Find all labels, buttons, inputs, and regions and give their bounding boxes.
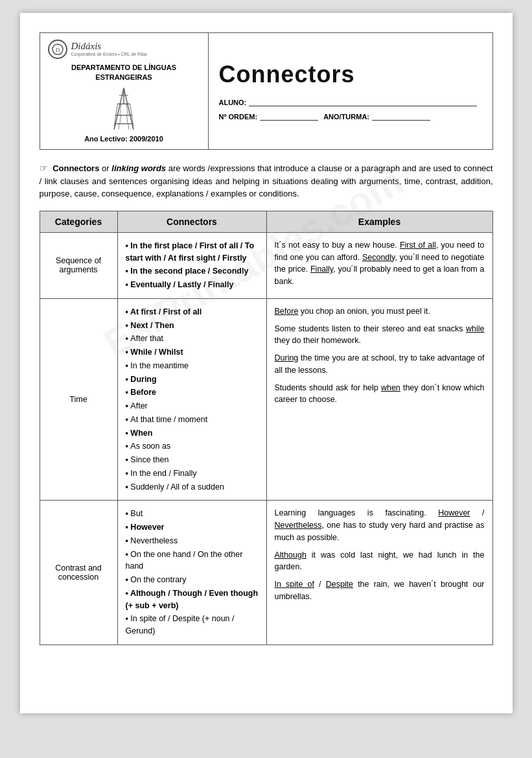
list-item: After bbox=[126, 399, 259, 413]
logo-name: Didáxis bbox=[71, 41, 102, 51]
list-item: Although / Though / Even though (+ sub +… bbox=[126, 587, 259, 613]
list-item: Nevertheless bbox=[126, 534, 259, 548]
list-item: In the second place / Secondly bbox=[126, 265, 259, 278]
category-cell-contrast: Contrast andconcession bbox=[40, 501, 117, 645]
dept-name: DEPARTAMENTO DE LÍNGUASESTRANGEIRAS bbox=[48, 63, 200, 83]
intro-paragraph: ☞ Connectors or linking words are words … bbox=[40, 161, 493, 200]
page: EslPrintables.com D Didáxis Cooperativa … bbox=[20, 13, 513, 713]
list-item: When bbox=[126, 427, 259, 440]
list-item: In the meantime bbox=[126, 359, 259, 373]
svg-line-2 bbox=[114, 88, 124, 130]
col-header-examples: Examples bbox=[266, 211, 492, 232]
underline-text: During bbox=[275, 353, 299, 362]
svg-text:D: D bbox=[55, 47, 60, 53]
list-item: In spite of / Despite (+ noun / Gerund) bbox=[126, 612, 259, 638]
logo-area: D Didáxis Cooperativa de Ensino • CRL de… bbox=[48, 40, 200, 59]
header-left: D Didáxis Cooperativa de Ensino • CRL de… bbox=[40, 33, 209, 149]
col-header-categories: Categories bbox=[40, 211, 117, 232]
list-item: At that time / moment bbox=[126, 413, 259, 427]
ano-turma-field[interactable] bbox=[372, 112, 430, 121]
header: D Didáxis Cooperativa de Ensino • CRL de… bbox=[40, 32, 493, 150]
underline-text: while bbox=[466, 324, 485, 333]
underline-text: First of all bbox=[400, 241, 436, 250]
connectors-cell-sequence: In the first place / First of all / To s… bbox=[117, 232, 266, 298]
linking-words-keyword: linking words bbox=[111, 163, 166, 173]
connector-list-sequence: In the first place / First of all / To s… bbox=[126, 239, 259, 292]
examples-cell-time: Before you chop an onion, you must peel … bbox=[266, 298, 492, 501]
examples-cell-contrast: Learning languages is fascinating. Howev… bbox=[266, 501, 492, 645]
list-item: While / Whilst bbox=[126, 346, 259, 359]
list-item: Eventually / Lastly / Finally bbox=[126, 278, 259, 292]
svg-line-8 bbox=[130, 104, 132, 115]
underline-text: Secondly bbox=[362, 253, 395, 262]
example-para: Before you chop an onion, you must peel … bbox=[275, 305, 485, 318]
underline-text: Before bbox=[275, 307, 299, 316]
svg-line-15 bbox=[120, 115, 121, 124]
list-item: Suddenly / All of a sudden bbox=[126, 480, 259, 494]
svg-line-16 bbox=[126, 115, 128, 124]
table-row: Sequence ofarguments In the first place … bbox=[40, 232, 492, 298]
header-right: Connectors ALUNO: Nº ORDEM: ANO/TURMA: bbox=[209, 33, 492, 149]
list-item: In the end / Finally bbox=[126, 467, 259, 480]
ano-label: Ano Lectivo: bbox=[84, 135, 128, 143]
underline-text: Despite bbox=[326, 580, 353, 589]
list-item: As soon as bbox=[126, 440, 259, 453]
intro-description: are words /expressions that introduce a … bbox=[40, 163, 493, 199]
list-item: However bbox=[126, 521, 259, 534]
list-item: In the first place / First of all / To s… bbox=[126, 239, 259, 265]
examples-cell-sequence: It´s not easy to buy a new house. First … bbox=[266, 232, 492, 298]
logo-brand: Didáxis Cooperativa de Ensino • CRL de R… bbox=[71, 41, 147, 57]
hand-icon: ☞ bbox=[40, 163, 48, 173]
category-cell-sequence: Sequence ofarguments bbox=[40, 232, 117, 298]
eiffel-image bbox=[48, 87, 200, 132]
ano-turma-label: ANO/TURMA: bbox=[323, 113, 369, 121]
ano-value: 2009/2010 bbox=[130, 135, 163, 143]
connector-list-contrast: But However Nevertheless On the one hand… bbox=[126, 507, 259, 638]
connectors-keyword: Connectors bbox=[52, 163, 99, 173]
connector-list-time: At first / First of all Next / Then Afte… bbox=[126, 305, 259, 494]
example-para: It´s not easy to buy a new house. First … bbox=[275, 239, 485, 288]
aluno-label: ALUNO: bbox=[219, 99, 247, 106]
aluno-field[interactable] bbox=[249, 97, 476, 106]
connectors-cell-contrast: But However Nevertheless On the one hand… bbox=[117, 501, 266, 645]
underline-text: Although bbox=[275, 551, 306, 560]
num-ordem-field[interactable] bbox=[260, 112, 318, 121]
category-cell-time: Time bbox=[40, 298, 117, 501]
list-item: During bbox=[126, 373, 259, 386]
connectors-table: Categories Connectors Examples Sequence … bbox=[40, 211, 493, 645]
list-item: After that bbox=[126, 332, 259, 346]
list-item: On the one hand / On the other hand bbox=[126, 548, 259, 574]
table-row: Time At first / First of all Next / Then… bbox=[40, 298, 492, 501]
ano-lectivo: Ano Lectivo: 2009/2010 bbox=[48, 135, 200, 143]
svg-line-20 bbox=[128, 124, 129, 130]
col-header-connectors: Connectors bbox=[117, 211, 266, 232]
svg-line-3 bbox=[124, 88, 133, 130]
underline-text: when bbox=[381, 383, 400, 392]
list-item: Since then bbox=[126, 453, 259, 467]
page-title: Connectors bbox=[219, 61, 482, 88]
list-item: Next / Then bbox=[126, 319, 259, 333]
num-ordem-label: Nº ORDEM: bbox=[219, 113, 258, 121]
underline-text: In spite of bbox=[275, 580, 314, 589]
list-item: But bbox=[126, 507, 259, 521]
ordem-turma-line: Nº ORDEM: ANO/TURMA: bbox=[219, 112, 482, 121]
example-para: Students should ask for help when they d… bbox=[275, 382, 485, 407]
example-para: Some students listen to their stereo and… bbox=[275, 323, 485, 348]
example-para: Learning languages is fascinating. Howev… bbox=[275, 507, 485, 543]
logo-subtext: Cooperativa de Ensino • CRL de Riba bbox=[71, 52, 147, 57]
list-item: Before bbox=[126, 386, 259, 399]
svg-line-7 bbox=[116, 104, 118, 115]
list-item: At first / First of all bbox=[126, 305, 259, 319]
underline-text: However bbox=[438, 508, 470, 517]
table-row: Contrast andconcession But However Never… bbox=[40, 501, 492, 645]
connectors-cell-time: At first / First of all Next / Then Afte… bbox=[117, 298, 266, 501]
aluno-line: ALUNO: bbox=[219, 97, 482, 106]
eiffel-tower-icon bbox=[108, 87, 140, 132]
underline-text: Nevertheless bbox=[275, 521, 322, 530]
svg-line-19 bbox=[119, 124, 119, 130]
example-para: During the time you are at school, try t… bbox=[275, 352, 485, 377]
example-para: In spite of / Despite the rain, we haven… bbox=[275, 578, 485, 603]
example-para: Although it was cold last night, we had … bbox=[275, 549, 485, 574]
underline-text: Finally bbox=[310, 265, 333, 274]
table-header-row: Categories Connectors Examples bbox=[40, 211, 492, 232]
